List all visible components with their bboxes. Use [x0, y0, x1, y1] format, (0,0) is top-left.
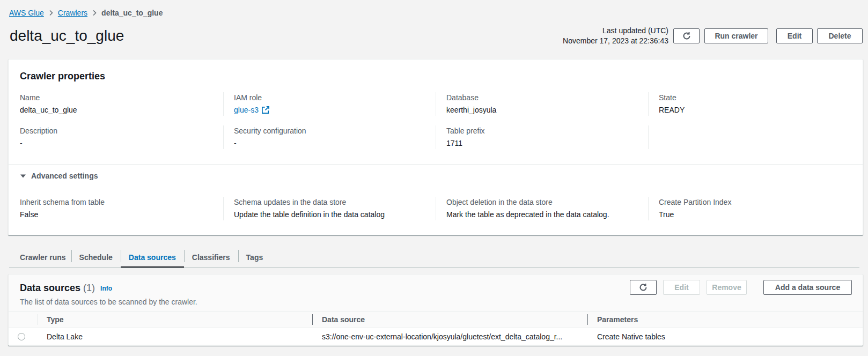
row-type: Delta Lake: [37, 332, 312, 341]
run-crawler-button[interactable]: Run crawler: [704, 28, 768, 43]
column-header-data-source[interactable]: Data source: [312, 312, 587, 328]
crawler-properties-title: Crawler properties: [9, 60, 863, 82]
field-table-prefix: Table prefix 1711: [436, 125, 648, 149]
tab-crawler-runs[interactable]: Crawler runs: [9, 244, 71, 268]
field-inherit-schema: Inherit schema from table False: [20, 197, 223, 220]
refresh-icon: [682, 32, 691, 40]
refresh-button[interactable]: [673, 28, 700, 43]
field-name: Name delta_uc_to_glue: [20, 92, 223, 116]
breadcrumb-link-aws-glue[interactable]: AWS Glue: [9, 9, 44, 17]
data-sources-panel: Data sources (1)Info The list of data so…: [8, 274, 863, 346]
last-updated-value: November 17, 2023 at 22:36:43: [563, 36, 668, 46]
last-updated-label: Last updated (UTC): [563, 26, 668, 36]
table-row: Delta Lake s3://one-env-uc-external-loca…: [9, 328, 863, 345]
breadcrumb-link-crawlers[interactable]: Crawlers: [58, 9, 87, 17]
refresh-icon: [639, 283, 648, 292]
crawler-properties-panel: Crawler properties Name delta_uc_to_glue…: [8, 59, 863, 235]
column-header-type[interactable]: Type: [37, 312, 312, 328]
add-data-source-button[interactable]: Add a data source: [763, 280, 852, 295]
data-sources-edit-button[interactable]: Edit: [663, 280, 700, 295]
tab-tags[interactable]: Tags: [238, 244, 271, 268]
last-updated: Last updated (UTC) November 17, 2023 at …: [563, 26, 668, 46]
page-title: delta_uc_to_glue: [10, 27, 124, 44]
row-radio-button[interactable]: [18, 333, 25, 340]
field-object-deletion: Object deletion in the data store Mark t…: [436, 197, 648, 220]
field-state: State READY: [648, 92, 851, 116]
caret-down-icon: [20, 173, 26, 179]
data-sources-description: The list of data sources to be scanned b…: [20, 294, 197, 311]
data-sources-title: Data sources (1)Info: [20, 282, 197, 294]
column-header-parameters[interactable]: Parameters: [587, 312, 863, 328]
breadcrumb-current: delta_uc_to_glue: [101, 9, 163, 17]
field-schema-updates: Schema updates in the data store Update …: [223, 197, 436, 220]
info-link[interactable]: Info: [100, 285, 112, 292]
advanced-settings-toggle[interactable]: Advanced settings: [9, 165, 863, 180]
field-description: Description -: [20, 125, 223, 149]
external-link-icon: [262, 106, 269, 114]
data-sources-count: (1): [83, 283, 95, 293]
field-empty: [648, 125, 851, 149]
iam-role-link[interactable]: glue-s3: [234, 104, 269, 116]
iam-role-value: glue-s3: [234, 104, 259, 116]
delete-button[interactable]: Delete: [817, 28, 863, 43]
breadcrumb-separator-icon: [92, 10, 97, 16]
breadcrumb-separator-icon: [49, 10, 53, 16]
field-database: Database keerthi_josyula: [436, 92, 648, 116]
tab-data-sources[interactable]: Data sources: [121, 244, 184, 268]
tab-classifiers[interactable]: Classifiers: [184, 244, 238, 268]
row-data-source: s3://one-env-uc-external-location/kjosyu…: [312, 332, 587, 341]
field-create-partition-index: Create Partition Index True: [648, 197, 851, 220]
row-parameters: Create Native tables: [587, 332, 863, 341]
data-sources-table: Type Data source Parameters Delta Lake s…: [9, 311, 863, 345]
field-security-configuration: Security configuration -: [223, 125, 436, 149]
advanced-settings-section: Advanced settings Inherit schema from ta…: [9, 164, 863, 235]
breadcrumb: AWS Glue Crawlers delta_uc_to_glue: [9, 9, 859, 17]
data-sources-remove-button[interactable]: Remove: [707, 280, 747, 295]
field-iam-role: IAM role glue-s3: [223, 92, 436, 116]
data-sources-refresh-button[interactable]: [630, 280, 657, 295]
edit-button[interactable]: Edit: [776, 28, 813, 43]
tabs: Crawler runs Schedule Data sources Class…: [9, 244, 859, 268]
tab-schedule[interactable]: Schedule: [71, 244, 121, 268]
